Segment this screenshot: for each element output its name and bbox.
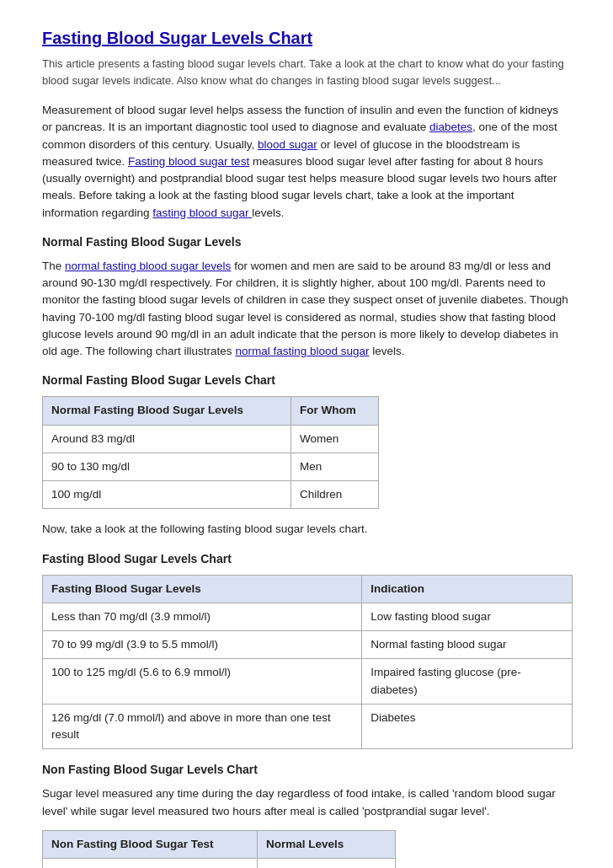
chart1-whom: Women [291,425,379,453]
chart1-level: 90 to 130 mg/dl [43,453,291,480]
table-row: Random blood sugar testabout 70-125 mg/d… [43,859,396,869]
chart1-heading: Normal Fasting Blood Sugar Levels Chart [42,372,571,389]
chart2-indication: Diabetes [362,704,573,749]
normal-fasting-link[interactable]: normal fasting blood sugar levels [65,260,231,272]
fasting-blood-sugar-link[interactable]: fasting blood sugar [152,206,252,219]
chart2-indication: Normal fasting blood sugar [362,631,573,659]
table-row: 126 mg/dl (7.0 mmol/l) and above in more… [43,704,573,749]
page-subtitle: This article presents a fasting blood su… [42,56,571,88]
chart2-indication: Impaired fasting glucose (pre-diabetes) [362,659,573,705]
table-row: Less than 70 mg/dl (3.9 mmol/l)Low fasti… [43,603,573,630]
chart2-level: Less than 70 mg/dl (3.9 mmol/l) [43,603,362,630]
section1-paragraph: The normal fasting blood sugar levels fo… [42,258,571,361]
section3-paragraph: Sugar level measured any time during the… [42,785,571,820]
chart2-col1-header: Fasting Blood Sugar Levels [43,575,362,603]
intro-paragraph: Measurement of blood sugar level helps a… [42,102,571,222]
chart3-col1-header: Non Fasting Blood Sugar Test [43,830,258,858]
chart3-col2-header: Normal Levels [257,830,395,858]
chart2-col2-header: Indication [362,575,573,603]
chart2-heading: Fasting Blood Sugar Levels Chart [42,550,571,568]
chart3-level: about 70-125 mg/dl [257,859,395,869]
chart2-level: 100 to 125 mg/dl (5.6 to 6.9 mmol/l) [43,659,362,705]
chart1-col2-header: For Whom [291,397,379,425]
section3-heading: Non Fasting Blood Sugar Levels Chart [42,761,571,779]
table-row: 70 to 99 mg/dl (3.9 to 5.5 mmol/l)Normal… [43,631,573,659]
chart1-whom: Men [291,453,379,480]
normal-fasting-link2[interactable]: normal fasting blood sugar [235,345,369,357]
table-row: Around 83 mg/dlWomen [43,425,379,453]
chart1-level: Around 83 mg/dl [43,425,291,453]
table-row: 100 to 125 mg/dl (5.6 to 6.9 mmol/l)Impa… [43,659,573,705]
chart1-table: Normal Fasting Blood Sugar Levels For Wh… [42,396,379,509]
chart1-level: 100 mg/dl [43,481,291,509]
blood-sugar-link[interactable]: blood sugar [258,138,317,151]
table-row: 100 mg/dlChildren [43,481,379,509]
chart2-level: 70 to 99 mg/dl (3.9 to 5.5 mmol/l) [43,631,362,659]
chart2-level: 126 mg/dl (7.0 mmol/l) and above in more… [43,704,362,749]
chart1-col1-header: Normal Fasting Blood Sugar Levels [43,397,291,425]
chart3-table: Non Fasting Blood Sugar Test Normal Leve… [42,830,396,868]
chart2-intro: Now, take a look at the following fastin… [42,521,571,538]
table-row: 90 to 130 mg/dlMen [43,453,379,480]
chart1-whom: Children [291,481,379,509]
chart2-indication: Low fasting blood sugar [362,603,573,630]
page-title: Fasting Blood Sugar Levels Chart [42,25,571,51]
section1-heading: Normal Fasting Blood Sugar Levels [42,233,571,251]
fasting-blood-sugar-test-link[interactable]: Fasting blood sugar test [128,155,249,168]
chart3-test: Random blood sugar test [43,859,258,869]
chart2-table: Fasting Blood Sugar Levels Indication Le… [42,575,573,750]
diabetes-link[interactable]: diabetes [429,121,472,133]
